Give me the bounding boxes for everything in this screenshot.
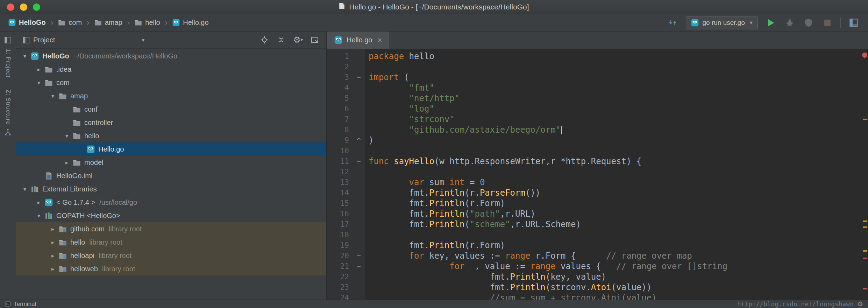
tree-item-external-libraries[interactable]: ▾External Libraries bbox=[16, 182, 326, 196]
chevron-collapsed-icon[interactable]: ▸ bbox=[34, 66, 44, 73]
stripe-mark[interactable] bbox=[863, 250, 867, 252]
tree-item-go-1-7-4[interactable]: ▸< Go 1.7.4 >/usr/local/go bbox=[16, 196, 326, 209]
chevron-collapsed-icon[interactable]: ▸ bbox=[62, 159, 72, 166]
code-text[interactable]: for _, value := range values { // range … bbox=[365, 261, 727, 272]
tree-item-github-com[interactable]: ▸github.comlibrary root bbox=[16, 222, 326, 236]
error-indicator[interactable] bbox=[862, 52, 867, 58]
stripe-mark[interactable] bbox=[863, 220, 867, 222]
tree-item-conf[interactable]: conf bbox=[16, 103, 326, 116]
stripe-mark[interactable] bbox=[863, 119, 867, 120]
code-text[interactable]: fmt.Println(r.Form) bbox=[365, 240, 505, 251]
code-text[interactable]: "fmt" bbox=[365, 83, 434, 93]
tree-item-model[interactable]: ▸model bbox=[16, 156, 326, 169]
stop-button[interactable] bbox=[821, 17, 833, 29]
vcs-update-icon[interactable] bbox=[667, 17, 679, 29]
go-file-icon bbox=[334, 36, 343, 45]
terminal-toolwindow-button[interactable]: Terminal bbox=[5, 301, 36, 308]
chevron-expanded-icon[interactable]: ▾ bbox=[20, 186, 30, 192]
tree-item-controller[interactable]: controller bbox=[16, 116, 326, 129]
fold-marker-icon[interactable]: − bbox=[353, 156, 365, 167]
tree-item-hello[interactable]: ▸hellolibrary root bbox=[16, 236, 326, 249]
chevron-expanded-icon[interactable]: ▾ bbox=[34, 79, 44, 86]
tree-item-amap[interactable]: ▾amap bbox=[16, 89, 326, 103]
project-toolwindow-button[interactable]: 1: Project bbox=[4, 36, 12, 78]
chevron-expanded-icon[interactable]: ▾ bbox=[62, 133, 72, 139]
chevron-collapsed-icon[interactable]: ▸ bbox=[48, 252, 58, 259]
run-button[interactable] bbox=[765, 17, 777, 29]
code-text[interactable]: fmt.Println(key, value) bbox=[365, 272, 606, 282]
chevron-collapsed-icon[interactable]: ▸ bbox=[48, 266, 58, 272]
stripe-mark[interactable] bbox=[863, 226, 867, 228]
breadcrumb-amap[interactable]: amap bbox=[94, 19, 122, 27]
code-text[interactable]: package hello bbox=[365, 51, 434, 62]
code-text[interactable]: import ( bbox=[365, 72, 409, 83]
gear-icon[interactable]: ⚙ bbox=[857, 301, 863, 307]
chevron-collapsed-icon[interactable]: ▸ bbox=[48, 226, 58, 232]
run-configuration-select[interactable]: go run user.go ▾ bbox=[686, 16, 758, 29]
project-view-title[interactable]: Project bbox=[33, 36, 55, 44]
tree-item-com[interactable]: ▾com bbox=[16, 76, 326, 89]
code-text[interactable] bbox=[365, 146, 369, 156]
line-number: 3 bbox=[327, 72, 353, 83]
tree-item-helloapi[interactable]: ▸helloapilibrary root bbox=[16, 249, 326, 262]
structure-toolwindow-button[interactable]: Z: Structure bbox=[4, 90, 12, 138]
tree-item-idea[interactable]: ▸.idea bbox=[16, 63, 326, 76]
layout-button[interactable] bbox=[848, 17, 860, 29]
breadcrumb-hello-go[interactable]: Hello.go bbox=[172, 19, 208, 27]
code-text[interactable]: "log" bbox=[365, 104, 434, 114]
editor-tab-hello-go[interactable]: Hello.go × bbox=[327, 31, 389, 49]
tree-item-hellogo[interactable]: ▾HelloGo~/Documents/workspace/HelloGo bbox=[16, 49, 326, 63]
code-text[interactable]: "strconv" bbox=[365, 114, 455, 125]
structure-toolwindow-icon bbox=[4, 128, 12, 138]
code-text[interactable] bbox=[365, 167, 369, 177]
breadcrumb-hellogo[interactable]: HelloGo bbox=[8, 19, 46, 27]
code-text[interactable]: fmt.Println("path",r.URL) bbox=[365, 209, 535, 219]
chevron-expanded-icon[interactable]: ▾ bbox=[34, 212, 44, 219]
breadcrumb-com[interactable]: com bbox=[58, 19, 82, 27]
panel-header-actions: ⚙▾ bbox=[259, 35, 320, 45]
chevron-down-icon[interactable]: ▾ bbox=[142, 37, 144, 43]
chevron-expanded-icon[interactable]: ▾ bbox=[20, 53, 30, 59]
fold-marker-icon[interactable]: − bbox=[353, 251, 365, 261]
code-editor[interactable]: 1package hello23−import (4 "fmt"5 "net/h… bbox=[327, 49, 868, 300]
line-number: 20 bbox=[327, 251, 353, 261]
chevron-collapsed-icon[interactable]: ▸ bbox=[34, 199, 44, 206]
hide-panel-button[interactable] bbox=[310, 35, 320, 45]
code-line-11: 11−func sayHello(w http.ResponseWriter,r… bbox=[327, 156, 868, 167]
coverage-button[interactable] bbox=[803, 17, 814, 29]
stripe-mark[interactable] bbox=[863, 288, 867, 289]
tree-item-hello-go[interactable]: Hello.go bbox=[16, 142, 326, 156]
panel-settings-button[interactable]: ⚙▾ bbox=[293, 35, 303, 45]
code-text[interactable]: ) bbox=[365, 135, 373, 146]
code-text[interactable]: "net/http" bbox=[365, 93, 460, 104]
chevron-expanded-icon[interactable]: ▾ bbox=[48, 93, 58, 99]
code-text[interactable]: fmt.Println("scheme",r.URL.Scheme) bbox=[365, 219, 581, 230]
tree-item-gopath-hellogo[interactable]: ▾GOPATH <HelloGo> bbox=[16, 209, 326, 222]
code-text[interactable]: for key, values := range r.Form { // ran… bbox=[365, 251, 692, 261]
code-line-17: 17 fmt.Println("scheme",r.URL.Scheme) bbox=[327, 219, 868, 230]
tree-item-helloweb[interactable]: ▸helloweblibrary root bbox=[16, 262, 326, 275]
code-text[interactable]: func sayHello(w http.ResponseWriter,r *h… bbox=[365, 156, 641, 167]
code-text[interactable] bbox=[365, 62, 369, 72]
collapse-all-button[interactable] bbox=[276, 35, 286, 45]
debug-button[interactable] bbox=[784, 17, 796, 29]
code-text[interactable]: fmt.Println(strconv.Atoi(value)) bbox=[365, 282, 652, 293]
code-text[interactable]: //sum = sum + strconv.Atoi(value) bbox=[365, 293, 657, 300]
tree-item-label: helloweb bbox=[70, 265, 98, 273]
code-text[interactable]: fmt.Println(r.ParseForm()) bbox=[365, 188, 540, 198]
close-icon[interactable]: × bbox=[377, 36, 382, 44]
tree-item-hello[interactable]: ▾hello bbox=[16, 129, 326, 142]
code-text[interactable]: fmt.Println(r.Form) bbox=[365, 198, 505, 209]
code-text[interactable] bbox=[365, 230, 369, 240]
code-text[interactable]: var sum int = 0 bbox=[365, 177, 485, 188]
tree-item-hellogo-iml[interactable]: HelloGo.iml bbox=[16, 169, 326, 182]
breadcrumb-hello[interactable]: hello bbox=[135, 19, 160, 27]
fold-marker-icon[interactable]: − bbox=[353, 72, 365, 83]
locate-file-button[interactable] bbox=[259, 35, 269, 45]
chevron-collapsed-icon[interactable]: ▸ bbox=[48, 239, 58, 246]
fold-spacer bbox=[353, 93, 365, 104]
code-text[interactable]: "github.com/astaxie/beego/orm" bbox=[365, 125, 562, 135]
fold-marker-icon[interactable]: ^ bbox=[353, 135, 365, 146]
stripe-mark[interactable] bbox=[863, 258, 867, 259]
fold-marker-icon[interactable]: − bbox=[353, 261, 365, 272]
